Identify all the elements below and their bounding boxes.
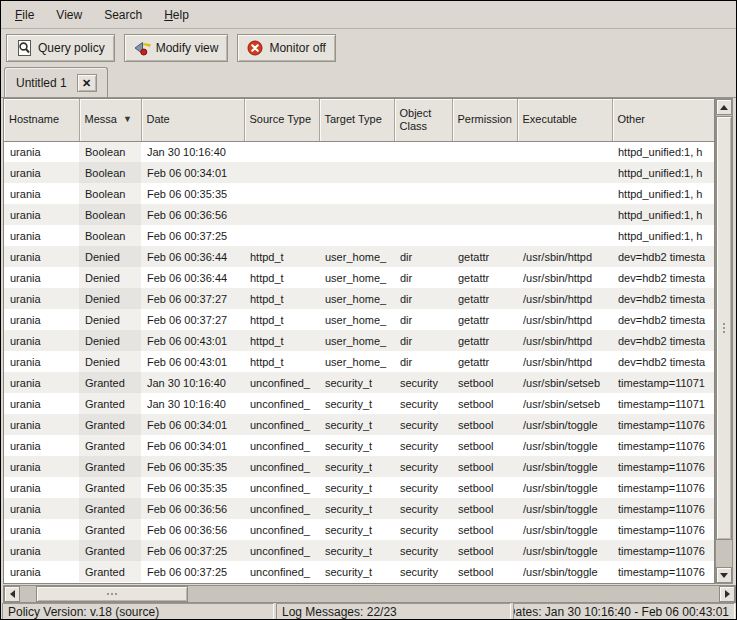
monitor-off-icon <box>247 40 264 56</box>
dates-text: Dates: Jan 30 10:16:40 - Feb 06 00:43:01 <box>513 605 729 619</box>
scroll-left-button[interactable] <box>4 586 20 602</box>
column-header-object-class[interactable]: Object Class <box>394 99 452 141</box>
column-header-permission[interactable]: Permission <box>452 99 517 141</box>
scroll-right-button[interactable] <box>719 586 735 602</box>
column-header-hostname[interactable]: Hostname <box>4 99 79 141</box>
policy-version-status: Policy Version: v.18 (source) <box>2 603 274 620</box>
cell-hostname: urania <box>4 372 79 393</box>
horizontal-scrollbar-thumb[interactable] <box>36 586 188 602</box>
table-row[interactable]: urania Granted Feb 06 00:34:01 unconfine… <box>4 414 715 435</box>
horizontal-scrollbar-track[interactable] <box>20 586 735 602</box>
cell-object-class: security <box>394 498 452 519</box>
cell-other: dev=hdb2 timesta <box>612 288 715 309</box>
cell-object-class <box>394 183 452 204</box>
tab-close-icon[interactable]: ✕ <box>77 74 97 92</box>
cell-other: timestamp=11076 <box>612 561 715 582</box>
table-row[interactable]: urania Denied Feb 06 00:37:27 httpd_t us… <box>4 288 715 309</box>
menu-search[interactable]: Search <box>96 5 150 25</box>
query-policy-button[interactable]: Query policy <box>6 34 115 62</box>
cell-object-class: security <box>394 477 452 498</box>
column-header-target-type[interactable]: Target Type <box>319 99 394 141</box>
column-label: Target Type <box>325 113 382 126</box>
tab-untitled-1[interactable]: Untitled 1 ✕ <box>4 67 108 97</box>
cell-object-class: security <box>394 456 452 477</box>
cell-other: timestamp=11076 <box>612 519 715 540</box>
cell-date: Feb 06 00:37:25 <box>141 540 244 561</box>
horizontal-scrollbar[interactable] <box>3 585 736 603</box>
table-row[interactable]: urania Granted Feb 06 00:36:56 unconfine… <box>4 498 715 519</box>
cell-executable: /usr/sbin/httpd <box>517 246 612 267</box>
cell-source-type: httpd_t <box>244 246 319 267</box>
cell-executable: /usr/sbin/toggle <box>517 414 612 435</box>
cell-other: dev=hdb2 timesta <box>612 267 715 288</box>
table-row[interactable]: urania Denied Feb 06 00:36:44 httpd_t us… <box>4 267 715 288</box>
menu-view[interactable]: View <box>48 5 90 25</box>
cell-hostname: urania <box>4 246 79 267</box>
cell-executable: /usr/sbin/toggle <box>517 456 612 477</box>
column-label: Date <box>147 113 170 126</box>
table-row[interactable]: urania Denied Feb 06 00:37:27 httpd_t us… <box>4 309 715 330</box>
vertical-scrollbar[interactable] <box>715 98 733 584</box>
column-header-other[interactable]: Other <box>612 99 715 141</box>
cell-source-type: unconfined_ <box>244 477 319 498</box>
table-row[interactable]: urania Boolean Feb 06 00:36:56 httpd_uni… <box>4 204 715 225</box>
cell-permission: getattr <box>452 330 517 351</box>
cell-permission: setbool <box>452 414 517 435</box>
cell-other: dev=hdb2 timesta <box>612 330 715 351</box>
modify-view-button[interactable]: Modify view <box>124 34 229 62</box>
menu-file[interactable]: File <box>7 5 42 25</box>
cell-target-type <box>319 141 394 162</box>
cell-hostname: urania <box>4 204 79 225</box>
table-row[interactable]: urania Granted Feb 06 00:34:01 unconfine… <box>4 435 715 456</box>
table-row[interactable]: urania Boolean Feb 06 00:35:35 httpd_uni… <box>4 183 715 204</box>
cell-target-type: security_t <box>319 414 394 435</box>
cell-hostname: urania <box>4 477 79 498</box>
cell-date: Feb 06 00:34:01 <box>141 435 244 456</box>
monitor-off-label: Monitor off <box>269 41 325 55</box>
table-row[interactable]: urania Denied Feb 06 00:43:01 httpd_t us… <box>4 351 715 372</box>
table-row[interactable]: urania Granted Jan 30 10:16:40 unconfine… <box>4 372 715 393</box>
table-row[interactable]: urania Boolean Feb 06 00:34:01 httpd_uni… <box>4 162 715 183</box>
column-label: Object Class <box>400 107 447 133</box>
menu-help[interactable]: Help <box>156 5 197 25</box>
cell-message: Denied <box>79 246 141 267</box>
cell-source-type: httpd_t <box>244 309 319 330</box>
monitor-off-button[interactable]: Monitor off <box>237 34 335 62</box>
scroll-up-button[interactable] <box>716 99 732 115</box>
cell-source-type: httpd_t <box>244 267 319 288</box>
cell-object-class: dir <box>394 267 452 288</box>
cell-executable: /usr/sbin/httpd <box>517 288 612 309</box>
table-row[interactable]: urania Granted Feb 06 00:37:25 unconfine… <box>4 540 715 561</box>
table-row[interactable]: urania Granted Feb 06 00:36:56 unconfine… <box>4 519 715 540</box>
cell-date: Jan 30 10:16:40 <box>141 372 244 393</box>
cell-hostname: urania <box>4 393 79 414</box>
table-row[interactable]: urania Boolean Feb 06 00:37:25 httpd_uni… <box>4 225 715 246</box>
table-row[interactable]: urania Granted Feb 06 00:35:35 unconfine… <box>4 477 715 498</box>
table-row[interactable]: urania Granted Feb 06 00:37:25 unconfine… <box>4 561 715 582</box>
cell-executable: /usr/sbin/toggle <box>517 498 612 519</box>
cell-hostname: urania <box>4 267 79 288</box>
scroll-down-button[interactable] <box>716 567 732 583</box>
vertical-scrollbar-thumb[interactable] <box>716 116 732 540</box>
cell-message: Granted <box>79 393 141 414</box>
cell-executable <box>517 225 612 246</box>
column-header-source-type[interactable]: Source Type <box>244 99 319 141</box>
column-header-executable[interactable]: Executable <box>517 99 612 141</box>
cell-hostname: urania <box>4 540 79 561</box>
column-header-message[interactable]: Messa▼ <box>79 99 141 141</box>
cell-object-class: dir <box>394 246 452 267</box>
table-row[interactable]: urania Granted Feb 06 00:35:35 unconfine… <box>4 456 715 477</box>
table-row[interactable]: urania Denied Feb 06 00:36:44 httpd_t us… <box>4 246 715 267</box>
cell-permission <box>452 183 517 204</box>
tab-label: Untitled 1 <box>16 76 67 90</box>
table-row[interactable]: urania Boolean Jan 30 10:16:40 httpd_uni… <box>4 141 715 162</box>
cell-other: timestamp=11071 <box>612 372 715 393</box>
cell-object-class: dir <box>394 309 452 330</box>
cell-date: Feb 06 00:43:01 <box>141 351 244 372</box>
cell-other: timestamp=11076 <box>612 456 715 477</box>
column-label: Hostname <box>9 113 59 126</box>
column-header-date[interactable]: Date <box>141 99 244 141</box>
table-row[interactable]: urania Granted Jan 30 10:16:40 unconfine… <box>4 393 715 414</box>
table-row[interactable]: urania Denied Feb 06 00:43:01 httpd_t us… <box>4 330 715 351</box>
cell-target-type: user_home_ <box>319 351 394 372</box>
